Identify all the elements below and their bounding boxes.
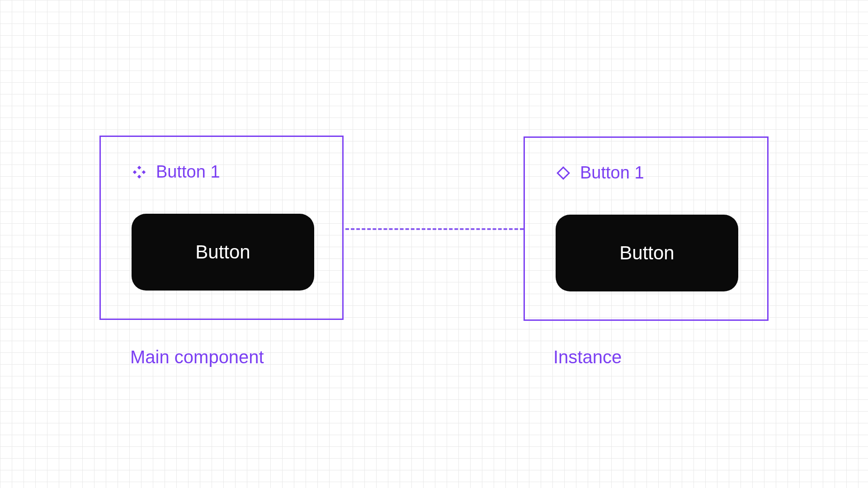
instance-caption: Instance [553,347,622,367]
instance-header: Button 1 [525,138,767,183]
instance-frame[interactable]: Button 1 Button [524,136,769,321]
component-filled-icon [132,164,147,180]
connector-line [345,228,524,230]
main-component-frame[interactable]: Button 1 Button [99,136,344,320]
instance-button-label: Button [619,242,674,264]
component-outline-icon [556,165,571,181]
main-button[interactable]: Button [132,214,314,291]
instance-button[interactable]: Button [556,215,738,291]
instance-title: Button 1 [580,163,644,183]
main-button-label: Button [195,241,250,263]
main-component-header: Button 1 [101,137,342,182]
main-component-title: Button 1 [156,162,220,182]
main-component-caption: Main component [130,347,264,367]
design-canvas[interactable]: Button 1 Button Button 1 Button Main com… [0,0,868,488]
